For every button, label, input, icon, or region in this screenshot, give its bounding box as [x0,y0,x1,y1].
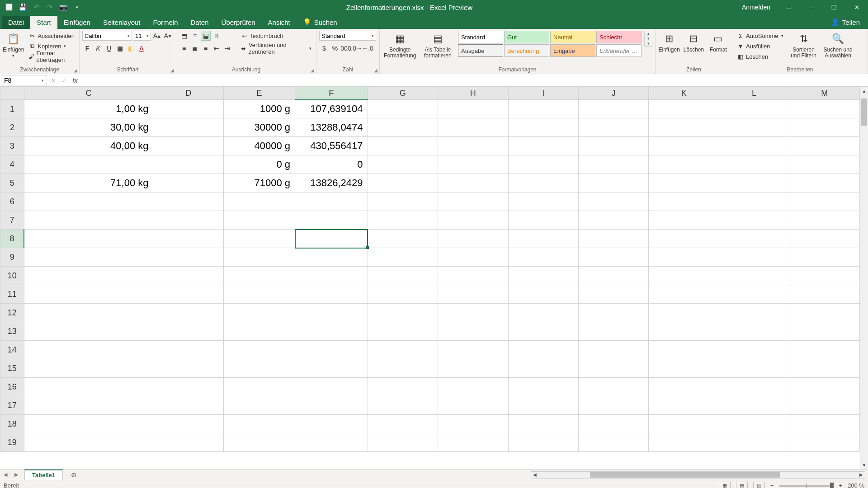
cell[interactable] [508,341,578,359]
row-header[interactable]: 17 [0,396,24,415]
cell[interactable] [579,248,649,267]
cell[interactable] [24,433,153,452]
cell[interactable] [153,304,224,322]
cell[interactable] [224,304,295,322]
cell[interactable] [789,378,860,396]
row-header[interactable]: 19 [0,433,24,452]
row-header[interactable]: 13 [0,322,24,341]
row-header[interactable]: 12 [0,304,24,322]
underline-button[interactable]: U [104,43,114,53]
cell[interactable] [24,267,153,285]
row-header[interactable]: 7 [0,211,24,230]
row-header[interactable]: 10 [0,267,24,285]
cell[interactable] [295,304,368,322]
scroll-down-icon[interactable]: ▼ [860,461,868,469]
cell[interactable] [368,415,438,433]
spreadsheet-grid[interactable]: CDEFGHIJKLM11,00 kg1000 g107,639104230,0… [0,87,860,452]
cell[interactable] [438,248,509,267]
cell[interactable] [438,359,509,378]
cell[interactable] [719,322,789,341]
cell[interactable] [649,192,719,211]
cell[interactable] [649,211,719,230]
cell[interactable] [579,322,649,341]
sheet-nav-next-icon[interactable]: ▶ [11,469,22,480]
decrease-decimal-icon[interactable]: ←.0 [363,43,373,53]
cell[interactable] [438,118,509,137]
cell[interactable] [719,415,789,433]
cell[interactable] [295,267,368,285]
cell[interactable] [224,378,295,396]
cell-style-option[interactable]: Berechnung [504,44,549,57]
cell[interactable] [438,211,509,230]
row-header[interactable]: 15 [0,359,24,378]
currency-icon[interactable]: $ [319,43,329,53]
cell[interactable] [368,118,438,137]
cell[interactable] [649,248,719,267]
cell[interactable] [224,322,295,341]
cell[interactable] [24,396,153,415]
cell[interactable] [508,155,578,174]
cell[interactable] [789,230,860,248]
cell[interactable] [649,415,719,433]
cell[interactable] [153,322,224,341]
merge-center-button[interactable]: ⬌Verbinden und zentrieren▾ [239,43,313,53]
cell[interactable] [368,248,438,267]
cell[interactable] [24,230,153,248]
cell[interactable] [224,396,295,415]
cell[interactable] [719,155,789,174]
formula-input[interactable] [80,74,868,86]
decrease-font-icon[interactable]: A▾ [163,31,173,41]
orientation-icon[interactable]: ⤭ [212,31,222,41]
cell[interactable] [368,304,438,322]
cell[interactable] [153,285,224,304]
percent-icon[interactable]: % [330,43,340,53]
cell[interactable]: 430,556417 [295,137,368,155]
decrease-indent-icon[interactable]: ⇤ [212,43,222,53]
cell[interactable] [508,304,578,322]
cell[interactable] [789,155,860,174]
cell[interactable] [24,248,153,267]
cell[interactable] [508,415,578,433]
cell[interactable] [295,433,368,452]
cell-style-option[interactable]: Schlecht [596,31,642,43]
cell[interactable]: 40000 g [224,137,295,155]
cell[interactable] [295,322,368,341]
cell[interactable] [368,359,438,378]
cell[interactable] [438,267,509,285]
dialog-launcher-icon[interactable]: ◢ [374,68,377,73]
cell[interactable] [153,433,224,452]
cell[interactable] [649,137,719,155]
zoom-level[interactable]: 200 % [848,482,864,488]
cell[interactable] [579,433,649,452]
cell[interactable] [508,285,578,304]
cell[interactable] [24,341,153,359]
cell[interactable] [368,285,438,304]
cell[interactable] [508,100,578,118]
cell[interactable] [579,285,649,304]
column-header[interactable]: L [719,87,789,100]
tab-einfügen[interactable]: Einfügen [57,16,97,29]
cell[interactable] [719,396,789,415]
increase-font-icon[interactable]: A▴ [152,31,162,41]
cell[interactable] [24,359,153,378]
cell[interactable] [579,155,649,174]
cell[interactable] [438,378,509,396]
column-header[interactable]: C [24,87,153,100]
ribbon-display-icon[interactable]: ▭ [778,0,799,14]
row-header[interactable]: 2 [0,118,24,137]
fx-icon[interactable]: fx [70,74,80,86]
gallery-scroll[interactable]: ▴▾▾ [644,31,652,47]
clear-button[interactable]: ◧Löschen [735,52,785,61]
scroll-right-icon[interactable]: ▶ [858,472,865,478]
cell[interactable] [789,248,860,267]
cell[interactable] [368,230,438,248]
sheet-tab[interactable]: Tabelle1 [24,469,63,480]
cell[interactable] [579,359,649,378]
cell[interactable]: 30000 g [224,118,295,137]
row-header[interactable]: 14 [0,341,24,359]
cancel-formula-icon[interactable]: ✕ [48,74,59,86]
cell[interactable] [649,322,719,341]
cell[interactable] [24,155,153,174]
cell[interactable] [368,174,438,192]
cell[interactable] [368,341,438,359]
